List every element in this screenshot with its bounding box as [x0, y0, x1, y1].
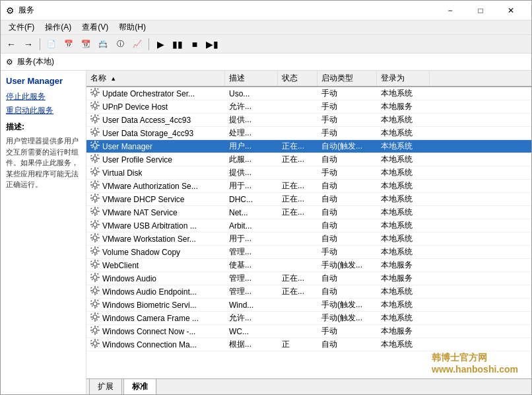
- table-row[interactable]: VMware Workstation Ser...用于...自动本地系统: [86, 233, 531, 246]
- svg-rect-52: [97, 155, 98, 156]
- table-row[interactable]: WebClient使基...手动(触发...本地服务: [86, 259, 531, 272]
- menu-action[interactable]: 操作(A): [40, 20, 77, 34]
- service-desc-cell: 根据...: [225, 338, 278, 351]
- service-icon: [90, 207, 100, 218]
- toolbar-btn2[interactable]: 📅: [61, 37, 77, 52]
- service-start-cell: 自动: [317, 285, 377, 298]
- restart-service-link[interactable]: 重启动此服务: [6, 105, 81, 116]
- table-row[interactable]: VMware DHCP ServiceDHC...正在...自动本地系统: [86, 193, 531, 206]
- service-desc-cell: Wind...: [225, 300, 278, 310]
- service-status-cell: 正在...: [278, 272, 317, 285]
- toolbar-btn4[interactable]: 📇: [95, 37, 111, 52]
- table-row[interactable]: Windows Connect Now -...WC...手动本地服务: [86, 325, 531, 338]
- service-desc-cell: 用于...: [225, 233, 278, 245]
- toolbar-restart[interactable]: ▶▮: [204, 37, 220, 52]
- close-button[interactable]: ✕: [496, 1, 526, 20]
- minimize-button[interactable]: −: [435, 1, 465, 20]
- table-row[interactable]: UPnP Device Host允许...手动本地服务: [86, 100, 531, 114]
- toolbar-back[interactable]: ←: [3, 37, 19, 52]
- svg-point-153: [93, 315, 97, 319]
- table-row[interactable]: VMware NAT ServiceNet...正在...自动本地系统: [86, 206, 531, 219]
- svg-rect-104: [90, 234, 92, 236]
- table-row[interactable]: VMware USB Arbitration ...Arbit...自动本地系统: [86, 219, 531, 233]
- toolbar-play[interactable]: ▶: [152, 37, 168, 52]
- svg-rect-139: [98, 290, 100, 291]
- table-row[interactable]: Windows Audio Endpoint...管理...正在...自动本地系…: [86, 285, 531, 299]
- service-name-cell: WebClient: [86, 259, 225, 271]
- header-start[interactable]: 启动类型: [317, 71, 377, 86]
- service-icon: [90, 246, 100, 258]
- service-name-text: Windows Connection Ma...: [102, 340, 197, 349]
- table-row[interactable]: Windows Biometric Servi...Wind...手动(触发..…: [86, 299, 531, 312]
- service-status-cell: [278, 252, 317, 253]
- svg-point-99: [93, 236, 97, 240]
- svg-rect-69: [96, 187, 98, 188]
- service-status-cell: [278, 238, 317, 240]
- table-row[interactable]: Volume Shadow Copy管理...手动本地系统: [86, 246, 531, 259]
- svg-rect-28: [94, 127, 95, 129]
- toolbar-forward[interactable]: →: [20, 37, 36, 52]
- service-icon: [90, 127, 100, 139]
- table-row[interactable]: VMware Authorization Se...用于...正在...自动本地…: [86, 180, 531, 193]
- svg-rect-148: [98, 303, 100, 304]
- svg-rect-57: [90, 171, 92, 172]
- header-name[interactable]: 名称 ▲: [86, 71, 225, 86]
- table-row[interactable]: Update Orchestrator Ser...Uso...手动本地系统: [86, 87, 531, 100]
- svg-rect-167: [90, 327, 92, 328]
- svg-rect-102: [90, 237, 92, 238]
- service-login-cell: 本地系统: [377, 87, 430, 100]
- service-login-cell: 本地系统: [377, 233, 430, 245]
- toolbar-up[interactable]: 📄: [44, 37, 59, 52]
- table-row[interactable]: User Manager用户...正在...自动(触发...本地系统: [86, 140, 531, 153]
- svg-rect-40: [98, 145, 100, 145]
- toolbar-btn6[interactable]: 📈: [129, 37, 145, 52]
- menu-file[interactable]: 文件(F): [3, 20, 40, 34]
- svg-rect-130: [98, 277, 100, 277]
- toolbar-sep-2: [149, 38, 149, 50]
- svg-rect-39: [90, 145, 92, 145]
- table-row[interactable]: Windows Connection Ma...根据...正自动本地系统: [86, 338, 531, 351]
- service-desc-cell: 管理...: [225, 246, 278, 258]
- service-name-cell: VMware USB Arbitration ...: [86, 219, 225, 232]
- svg-rect-31: [98, 131, 100, 132]
- table-row[interactable]: User Profile Service此服...正在...自动本地系统: [86, 153, 531, 166]
- table-row[interactable]: User Data Access_4cc93提供...手动本地系统: [86, 114, 531, 127]
- svg-rect-62: [92, 173, 93, 174]
- toolbar-btn5[interactable]: ⓘ: [112, 37, 128, 52]
- svg-rect-67: [98, 184, 100, 185]
- service-status-cell: [278, 133, 317, 134]
- stop-service-link[interactable]: 停止此服务: [6, 91, 81, 102]
- svg-rect-55: [94, 167, 95, 169]
- toolbar-stop[interactable]: ■: [187, 37, 203, 52]
- table-row[interactable]: Windows Audio管理...正在...自动本地服务: [86, 272, 531, 285]
- service-login-cell: 本地系统: [377, 338, 430, 351]
- svg-point-171: [93, 341, 97, 345]
- tab-standard[interactable]: 标准: [123, 378, 156, 394]
- svg-rect-124: [97, 260, 98, 262]
- table-row[interactable]: User Data Storage_4cc93处理...手动本地系统: [86, 127, 531, 140]
- address-label: 服务(本地): [17, 56, 54, 67]
- table-row[interactable]: Virtual Disk提供...手动本地系统: [86, 166, 531, 180]
- service-name-cell: VMware Workstation Ser...: [86, 233, 225, 245]
- svg-rect-115: [97, 247, 98, 248]
- header-login[interactable]: 登录为: [377, 71, 430, 86]
- table-row[interactable]: Windows Camera Frame ...允许...手动(触发...本地系…: [86, 312, 531, 325]
- service-name-text: Windows Audio: [102, 274, 156, 283]
- svg-rect-109: [94, 246, 95, 248]
- toolbar-btn3[interactable]: 📆: [78, 37, 94, 52]
- tab-expand[interactable]: 扩展: [89, 378, 122, 394]
- svg-rect-34: [97, 128, 98, 129]
- menu-help[interactable]: 帮助(H): [114, 20, 151, 34]
- svg-point-27: [93, 130, 97, 134]
- header-desc[interactable]: 描述: [225, 71, 278, 86]
- maximize-button[interactable]: □: [465, 1, 496, 20]
- svg-rect-59: [90, 168, 92, 170]
- service-status-cell: [278, 106, 317, 108]
- service-start-cell: 自动: [317, 272, 377, 285]
- menu-view[interactable]: 查看(V): [77, 20, 114, 34]
- toolbar-pause[interactable]: ▮▮: [170, 37, 185, 52]
- svg-rect-157: [98, 316, 100, 317]
- header-status[interactable]: 状态: [278, 71, 317, 86]
- service-name-text: Windows Biometric Servi...: [102, 301, 197, 310]
- service-status-cell: [278, 225, 317, 227]
